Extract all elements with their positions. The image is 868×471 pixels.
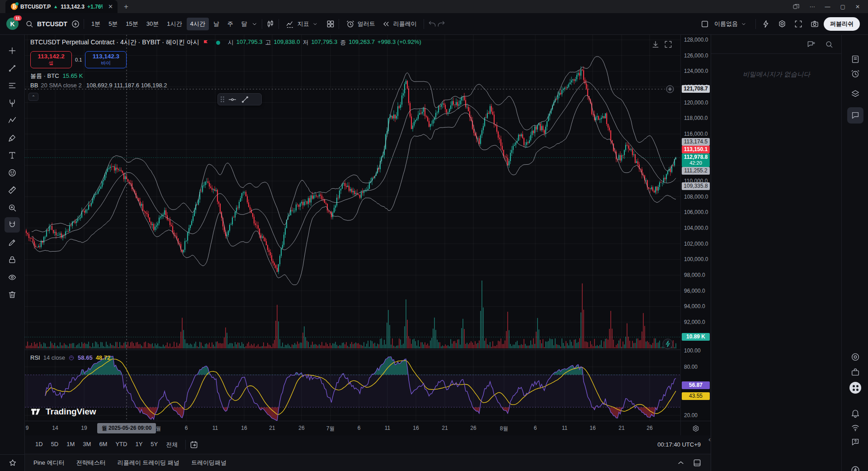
maximize-pane-icon[interactable]: [664, 40, 673, 49]
flag-icon[interactable]: [203, 39, 209, 46]
trend-line-tool-icon[interactable]: [241, 95, 250, 104]
user-avatar[interactable]: K 11: [6, 18, 19, 30]
volume-legend[interactable]: 볼륨 · BTC15.65 K: [30, 72, 83, 80]
sidebar-layers-button[interactable]: [847, 86, 863, 102]
bottom-tab[interactable]: Pine 에디터: [28, 456, 71, 470]
draw-tool[interactable]: [5, 235, 20, 250]
timeframe-button[interactable]: 달: [238, 18, 251, 30]
new-message-icon[interactable]: [807, 40, 816, 49]
browser-menu-icon[interactable]: ⋯: [810, 4, 815, 10]
layout-save-icon[interactable]: [700, 19, 709, 29]
candle-style-icon[interactable]: [266, 19, 275, 29]
range-button[interactable]: 1Y: [131, 438, 146, 451]
new-tab-button[interactable]: +: [124, 2, 128, 11]
range-button[interactable]: 3M: [79, 438, 95, 451]
sidebar-bell-button[interactable]: [847, 405, 863, 421]
magnet-tool[interactable]: [5, 217, 20, 233]
search-messages-icon[interactable]: [825, 40, 834, 49]
pitchfork-tool[interactable]: [5, 95, 20, 111]
chart-pane[interactable]: 92,000.094,000.096,000.098,000.0100,000.…: [25, 35, 711, 421]
time-axis[interactable]: 월 2025-05-26 09:00 914196월6111621267월611…: [25, 421, 711, 435]
range-button[interactable]: 1D: [31, 438, 47, 451]
brush-tool[interactable]: [5, 130, 20, 146]
timeframe-button[interactable]: 1분: [88, 18, 104, 30]
rsi-settings-icon[interactable]: [68, 355, 75, 361]
timeframe-button[interactable]: 15분: [122, 18, 142, 30]
range-button[interactable]: 전체: [162, 438, 182, 451]
alert-button[interactable]: 얼러트: [343, 17, 378, 31]
timeframe-button[interactable]: 30분: [143, 18, 162, 30]
timeframe-button[interactable]: 1시간: [163, 18, 185, 30]
bollinger-legend[interactable]: BB20 SMA close 2108,692.9 111,187.6 106,…: [30, 82, 167, 89]
rsi-legend[interactable]: RSI 14 close 58.65 48.72: [30, 354, 110, 361]
maximize-icon[interactable]: ▢: [840, 4, 845, 10]
replay-button[interactable]: 리플레이: [378, 17, 420, 31]
minimize-icon[interactable]: —: [825, 4, 830, 10]
sidebar-journal-button[interactable]: [847, 51, 863, 67]
quick-search-icon[interactable]: [761, 19, 770, 29]
scroll-to-latest-icon[interactable]: [651, 40, 660, 49]
sidebar-briefcase-button[interactable]: [847, 364, 863, 381]
clock-utc[interactable]: 00:17:40 UTC+9: [657, 441, 704, 448]
sell-button[interactable]: 113,142.2셀: [30, 51, 72, 68]
publish-button[interactable]: 퍼블리쉬: [824, 17, 860, 31]
layout-name-button[interactable]: 이름없음: [711, 17, 750, 31]
emoji-tool[interactable]: [5, 165, 20, 181]
camera-icon[interactable]: [810, 19, 819, 29]
layout-grid-icon[interactable]: [326, 19, 335, 29]
gear-icon[interactable]: [778, 19, 787, 29]
range-button[interactable]: 5Y: [146, 438, 162, 451]
axis-settings-gear-icon[interactable]: [691, 424, 700, 433]
chevron-down-icon[interactable]: [251, 19, 258, 29]
floating-drawing-toolbar[interactable]: [217, 93, 262, 105]
fib-retracement-tool[interactable]: [5, 78, 20, 93]
redo-icon[interactable]: [437, 19, 446, 29]
legend-collapse-button[interactable]: ⌃: [28, 93, 38, 101]
buy-button[interactable]: 113,142.3바이: [85, 51, 127, 68]
trend-line-tool[interactable]: [5, 61, 20, 76]
fullscreen-icon[interactable]: [794, 19, 803, 29]
pattern-tool[interactable]: [5, 113, 20, 128]
bottom-tab[interactable]: 리플레이 트레이딩 패널: [112, 456, 185, 470]
favorites-star[interactable]: [0, 454, 25, 471]
bottom-tab[interactable]: 트레이딩패널: [185, 456, 232, 470]
sidebar-alarm-button[interactable]: [847, 66, 863, 82]
tab-preview-icon[interactable]: [793, 3, 800, 10]
horizontal-line-tool-icon[interactable]: [228, 95, 237, 104]
timeframe-button[interactable]: 날: [210, 18, 223, 30]
panel-expand-chevron-icon[interactable]: [676, 458, 685, 467]
range-button[interactable]: 6M: [95, 438, 111, 451]
sidebar-apps-button[interactable]: [847, 380, 863, 396]
sidebar-bolt-button[interactable]: [847, 462, 863, 471]
measure-tool[interactable]: [5, 182, 20, 198]
trash-tool[interactable]: [5, 287, 20, 302]
indicators-button[interactable]: 지표: [283, 17, 321, 31]
tab-close-icon[interactable]: ✕: [108, 3, 113, 10]
zoom-tool[interactable]: [5, 200, 20, 215]
close-icon[interactable]: ✕: [855, 4, 860, 10]
chart-title[interactable]: BTCUSDT Perpetual Contract · 4시간 · BYBIT…: [30, 38, 199, 47]
range-button[interactable]: 1M: [62, 438, 79, 451]
go-to-date-icon[interactable]: [189, 440, 198, 449]
timeframe-button[interactable]: 5분: [105, 18, 121, 30]
market-status-dot[interactable]: [216, 41, 220, 45]
lock-tool[interactable]: [5, 252, 20, 267]
range-button[interactable]: YTD: [111, 438, 131, 451]
text-tool[interactable]: [5, 147, 20, 163]
add-symbol-icon[interactable]: [71, 19, 80, 29]
sidebar-chat-button[interactable]: [847, 107, 863, 124]
sidebar-broadcast-button[interactable]: [847, 419, 863, 436]
hide-tool[interactable]: [5, 270, 20, 285]
price-chart-canvas[interactable]: [25, 35, 680, 421]
undo-icon[interactable]: [428, 19, 437, 29]
panel-collapse-arrow[interactable]: ‹: [708, 435, 711, 443]
crosshair-tool[interactable]: [5, 43, 20, 58]
symbol-search[interactable]: BTCUSDT: [21, 19, 71, 29]
drag-handle-icon[interactable]: [221, 96, 224, 102]
panel-maximize-icon[interactable]: [693, 458, 702, 467]
browser-tab[interactable]: ₿ BTCUSDT.P ▲ 113,142.3 +1.76% ✕: [5, 0, 118, 13]
range-button[interactable]: 5D: [47, 438, 63, 451]
sidebar-target-button[interactable]: [847, 349, 863, 365]
price-axis[interactable]: 92,000.094,000.096,000.098,000.0100,000.…: [680, 35, 711, 421]
timeframe-button[interactable]: 4시간: [187, 18, 209, 30]
